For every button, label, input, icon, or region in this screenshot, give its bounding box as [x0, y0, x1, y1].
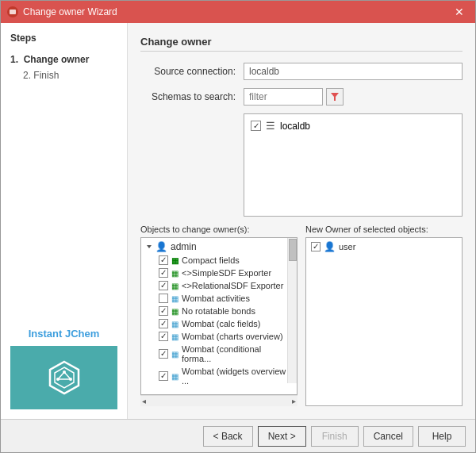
item-name: Compact fields	[182, 255, 240, 265]
tree-item: ▦ Wombat (widgets overview ...	[143, 365, 295, 387]
item-name: Wombat (calc fields)	[182, 319, 260, 328]
tree-group: 👤 admin ▦ Compact fields	[143, 240, 295, 387]
two-col-area: Objects to change owner(s): 👤 admin	[140, 225, 463, 406]
filter-icon	[330, 92, 340, 102]
back-button[interactable]: < Back	[203, 426, 253, 447]
close-button[interactable]: ✕	[450, 4, 469, 20]
scroll-right-icon[interactable]: ▸	[292, 397, 296, 405]
sidebar: Steps 1. Change owner 2. Finish Instant …	[1, 23, 128, 419]
brand-logo	[10, 346, 117, 409]
table-icon: ▦	[171, 282, 178, 290]
item-name: <>SimpleSDF Exporter	[182, 268, 271, 278]
sidebar-step-2: 2. Finish	[23, 70, 117, 81]
item-name: Wombat (widgets overview ...	[182, 367, 292, 386]
tree-item: ▦ Wombat (calc fields)	[143, 317, 295, 330]
svg-marker-2	[55, 367, 74, 388]
table-icon: ▦	[171, 307, 178, 316]
owner-checkbox[interactable]	[311, 242, 321, 251]
expand-icon	[146, 244, 152, 250]
app-icon	[7, 6, 18, 17]
owner-item: 👤 user	[308, 240, 460, 254]
horizontal-scrollbar[interactable]: ◂ ▸	[140, 395, 298, 406]
source-connection-row: Source connection:	[140, 63, 463, 80]
brand-text: Instant JChem	[10, 328, 117, 340]
user-icon: 👤	[324, 241, 336, 252]
vertical-scrollbar[interactable]	[287, 238, 297, 383]
steps-title: Steps	[10, 33, 117, 44]
schema-checkbox[interactable]	[251, 121, 261, 131]
svg-marker-10	[147, 245, 152, 248]
person-icon: 👤	[155, 241, 167, 252]
tree-item: ▦ Wombat (conditional forma...	[143, 343, 295, 365]
schema-item: ☰ localdb	[248, 117, 459, 134]
filter-button[interactable]	[326, 88, 344, 106]
item-checkbox[interactable]	[159, 319, 168, 328]
scroll-thumb[interactable]	[289, 239, 297, 261]
item-checkbox[interactable]	[159, 332, 168, 341]
svg-rect-0	[10, 10, 16, 14]
item-name: <>RelationalSDF Exporter	[182, 281, 283, 290]
item-checkbox[interactable]	[159, 306, 168, 316]
source-connection-input[interactable]	[244, 63, 463, 80]
item-checkbox[interactable]	[159, 268, 168, 278]
table-icon: ▦	[171, 269, 178, 278]
filter-input[interactable]	[244, 88, 323, 106]
sidebar-step-1: 1. Change owner	[10, 54, 117, 65]
new-owner-label: New Owner of selected objects:	[305, 225, 463, 234]
table-icon: ▦	[171, 294, 178, 303]
owner-name: user	[339, 242, 355, 251]
source-connection-label: Source connection:	[140, 66, 244, 77]
item-checkbox[interactable]	[159, 281, 168, 290]
objects-section: Objects to change owner(s): 👤 admin	[140, 225, 298, 406]
table-icon: ▦	[171, 350, 178, 359]
svg-marker-9	[331, 93, 339, 101]
table-icon: ▦	[171, 332, 178, 341]
table-icon: ▦	[171, 320, 178, 328]
main-content: Steps 1. Change owner 2. Finish Instant …	[1, 23, 475, 419]
objects-list[interactable]: 👤 admin ▦ Compact fields	[140, 237, 298, 395]
tree-item: ▦ Wombat activities	[143, 292, 295, 305]
tree-item: ▦ Compact fields	[143, 254, 295, 267]
tree-item: ▦ <>RelationalSDF Exporter	[143, 279, 295, 292]
help-button[interactable]: Help	[418, 426, 466, 447]
item-checkbox[interactable]	[159, 294, 168, 303]
section-title: Change owner	[140, 36, 463, 52]
tree-item: ▦ No rotatable bonds	[143, 305, 295, 317]
sidebar-brand: Instant JChem	[10, 320, 117, 409]
title-bar: Change owner Wizard ✕	[1, 1, 475, 23]
item-name: Wombat activities	[182, 294, 250, 303]
objects-label: Objects to change owner(s):	[140, 225, 298, 234]
item-name: Wombat (conditional forma...	[182, 344, 292, 363]
next-button[interactable]: Next >	[258, 426, 306, 447]
hex-logo-icon	[44, 358, 84, 397]
item-name: No rotatable bonds	[182, 306, 255, 316]
item-checkbox[interactable]	[159, 255, 168, 265]
table-icon: ▦	[171, 372, 178, 381]
new-owner-section: New Owner of selected objects: 👤 user	[305, 225, 463, 406]
window-title: Change owner Wizard	[23, 6, 117, 17]
db-icon: ☰	[266, 120, 275, 132]
tree-item: ▦ <>SimpleSDF Exporter	[143, 267, 295, 279]
tree-group-header: 👤 admin	[143, 240, 295, 254]
tree-item: ▦ Wombat (charts overview)	[143, 330, 295, 343]
item-name: Wombat (charts overview)	[182, 332, 283, 341]
cancel-button[interactable]: Cancel	[363, 426, 413, 447]
svg-line-6	[64, 372, 71, 379]
schema-list[interactable]: ☰ localdb	[244, 113, 463, 217]
new-owner-list[interactable]: 👤 user	[305, 237, 463, 406]
schemas-row: Schemas to search:	[140, 88, 463, 106]
table-icon: ▦	[171, 256, 178, 265]
schema-name: localdb	[280, 121, 310, 132]
svg-line-7	[58, 372, 64, 379]
window: Change owner Wizard ✕ Steps 1. Change ow…	[0, 0, 476, 453]
finish-button[interactable]: Finish	[311, 426, 359, 447]
footer: < Back Next > Finish Cancel Help	[1, 419, 475, 452]
content-area: Change owner Source connection: Schemas …	[128, 23, 475, 419]
scroll-left-icon[interactable]: ◂	[142, 397, 146, 405]
group-name: admin	[171, 241, 197, 252]
item-checkbox[interactable]	[159, 371, 168, 381]
schemas-label: Schemas to search:	[140, 91, 244, 102]
item-checkbox[interactable]	[159, 349, 168, 359]
